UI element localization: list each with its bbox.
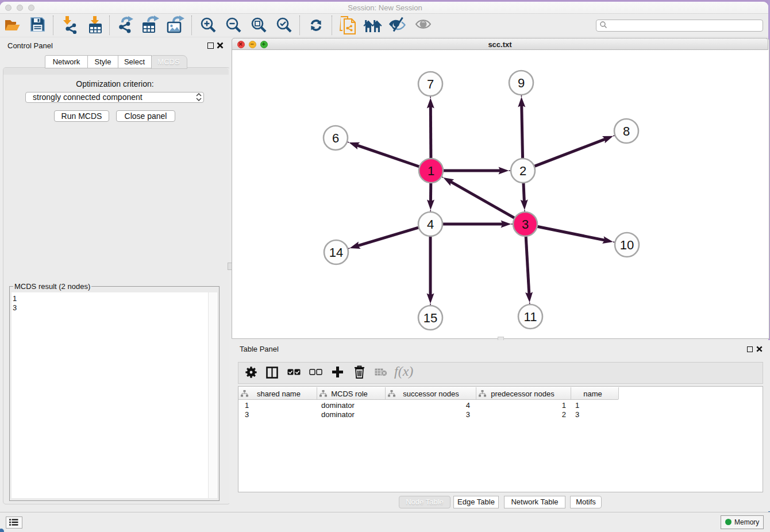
svg-text:3: 3 bbox=[522, 217, 529, 232]
svg-text:9: 9 bbox=[518, 76, 525, 90]
svg-text:6: 6 bbox=[332, 131, 339, 145]
svg-text:11: 11 bbox=[524, 310, 537, 324]
svg-text:7: 7 bbox=[427, 77, 434, 91]
svg-text:14: 14 bbox=[329, 245, 343, 260]
svg-text:10: 10 bbox=[620, 238, 634, 252]
svg-text:1: 1 bbox=[428, 164, 434, 178]
svg-text:2: 2 bbox=[519, 164, 526, 178]
svg-text:4: 4 bbox=[427, 217, 434, 232]
svg-text:15: 15 bbox=[424, 311, 437, 325]
svg-text:8: 8 bbox=[623, 124, 630, 138]
